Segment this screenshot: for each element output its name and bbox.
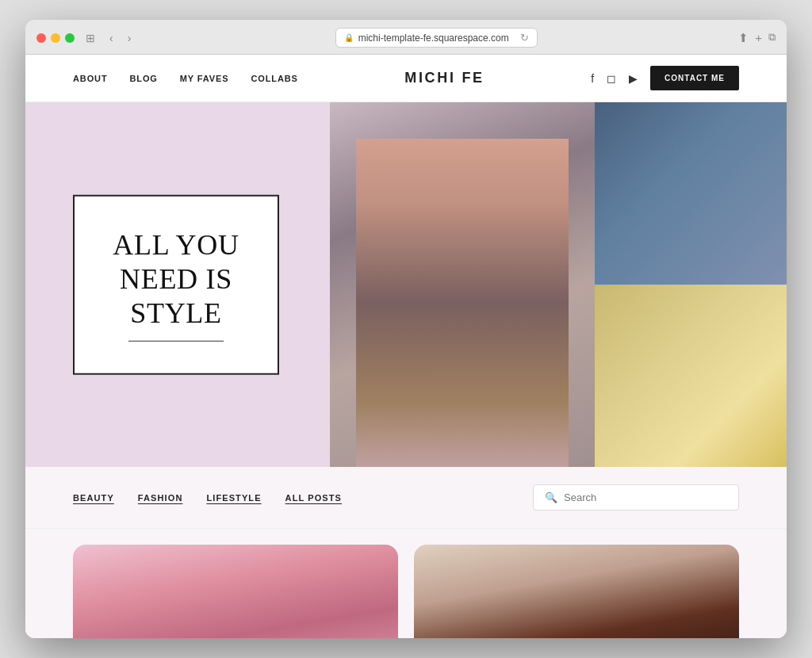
hero-images	[330, 102, 787, 467]
contact-button[interactable]: CONTACT ME	[650, 66, 739, 90]
filter-fashion[interactable]: FASHION	[138, 493, 183, 503]
blog-card-1[interactable]	[73, 545, 398, 638]
tabs-icon[interactable]: ⧉	[768, 31, 776, 45]
search-icon: 🔍	[545, 492, 557, 503]
instagram-icon[interactable]: ◻	[607, 72, 616, 85]
nav-collabs[interactable]: COLLABS	[251, 74, 297, 83]
search-box[interactable]: 🔍	[533, 484, 739, 511]
nav-blog[interactable]: BLOG	[130, 74, 158, 83]
browser-chrome: ⊞ ‹ › 🔒 michi-template-fe.squarespace.co…	[25, 20, 787, 55]
hero-underline	[128, 340, 224, 341]
close-button[interactable]	[36, 33, 46, 43]
nav-left: ABOUT BLOG MY FAVES COLLABS	[73, 74, 298, 83]
hero-headline: ALL YOU NEED IS STYLE	[102, 228, 250, 331]
back-button[interactable]: ‹	[106, 30, 117, 46]
hero-side-images	[595, 102, 787, 467]
site-title: MICHI FE	[404, 70, 485, 86]
filter-beauty[interactable]: BEAUTY	[73, 493, 114, 503]
blog-card-2[interactable]	[414, 545, 739, 638]
nav-my-faves[interactable]: MY FAVES	[180, 74, 229, 83]
minimize-button[interactable]	[51, 33, 60, 43]
url-text: michi-template-fe.squarespace.com	[358, 33, 509, 44]
hero-side-image-bottom	[595, 285, 787, 467]
nav-about[interactable]: ABOUT	[73, 74, 108, 83]
refresh-icon[interactable]: ↻	[520, 32, 529, 44]
filter-tabs: BEAUTY FASHION LIFESTYLE ALL POSTS	[73, 493, 342, 503]
hero-section: ALL YOU NEED IS STYLE	[25, 102, 787, 467]
hero-side-image-top	[595, 102, 787, 285]
youtube-icon[interactable]: ▶	[629, 72, 638, 85]
window-toggle-button[interactable]: ⊞	[82, 30, 98, 46]
maximize-button[interactable]	[65, 33, 75, 43]
facebook-icon[interactable]: f	[591, 72, 594, 85]
lock-icon: 🔒	[344, 33, 354, 42]
blog-grid	[25, 529, 787, 638]
search-input[interactable]	[564, 492, 727, 503]
filter-lifestyle[interactable]: LIFESTYLE	[206, 493, 261, 503]
blog-filter: BEAUTY FASHION LIFESTYLE ALL POSTS 🔍	[25, 467, 787, 529]
browser-window: ⊞ ‹ › 🔒 michi-template-fe.squarespace.co…	[25, 20, 787, 638]
address-bar[interactable]: 🔒 michi-template-fe.squarespace.com ↻	[335, 28, 538, 48]
new-tab-icon[interactable]: +	[755, 31, 762, 45]
hero-main-image	[330, 102, 595, 467]
browser-actions: ⬆ + ⧉	[738, 31, 776, 45]
traffic-lights	[36, 33, 75, 43]
nav-right: f ◻ ▶ CONTACT ME	[591, 66, 739, 90]
forward-button[interactable]: ›	[124, 30, 135, 46]
hero-text-box: ALL YOU NEED IS STYLE	[73, 195, 279, 375]
blog-card-image-2	[414, 545, 739, 638]
blog-card-image-1	[73, 545, 398, 638]
site-navigation: ABOUT BLOG MY FAVES COLLABS MICHI FE f ◻…	[25, 55, 787, 102]
share-icon[interactable]: ⬆	[738, 31, 749, 45]
website-content: ABOUT BLOG MY FAVES COLLABS MICHI FE f ◻…	[25, 55, 787, 638]
filter-all-posts[interactable]: ALL POSTS	[285, 493, 342, 503]
